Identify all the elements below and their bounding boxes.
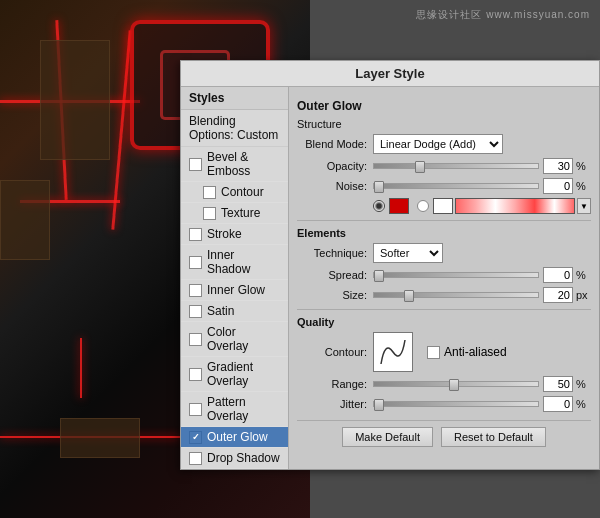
label-contour: Contour <box>221 185 264 199</box>
sidebar-item-outer-glow[interactable]: Outer Glow <box>181 427 288 448</box>
checkbox-inner-shadow[interactable] <box>189 256 202 269</box>
noise-value-input[interactable] <box>543 178 573 194</box>
size-slider-thumb[interactable] <box>404 290 414 302</box>
styles-header: Styles <box>181 87 288 110</box>
reset-to-default-button[interactable]: Reset to Default <box>441 427 546 447</box>
blend-mode-row: Blend Mode: Linear Dodge (Add) Normal Sc… <box>297 134 591 154</box>
make-default-button[interactable]: Make Default <box>342 427 433 447</box>
checkbox-inner-glow[interactable] <box>189 284 202 297</box>
label-stroke: Stroke <box>207 227 242 241</box>
structure-elements-divider <box>297 220 591 221</box>
radio-solid-color[interactable] <box>373 200 385 212</box>
label-bevel-emboss: Bevel & Emboss <box>207 150 280 178</box>
noise-slider-thumb[interactable] <box>374 181 384 193</box>
gradient-dropdown-arrow[interactable]: ▼ <box>577 198 591 214</box>
label-inner-shadow: Inner Shadow <box>207 248 280 276</box>
sidebar-item-drop-shadow[interactable]: Drop Shadow <box>181 448 288 469</box>
range-value-input[interactable] <box>543 376 573 392</box>
checkbox-bevel-emboss[interactable] <box>189 158 202 171</box>
sidebar-item-pattern-overlay[interactable]: Pattern Overlay <box>181 392 288 427</box>
opacity-row: Opacity: % <box>297 158 591 174</box>
label-texture: Texture <box>221 206 260 220</box>
anti-alias-row: Anti-aliased <box>427 345 507 359</box>
sidebar-item-texture[interactable]: Texture <box>181 203 288 224</box>
spread-slider-track[interactable] <box>373 272 539 278</box>
contour-preview[interactable] <box>373 332 413 372</box>
watermark-text: 思缘设计社区 www.missyuan.com <box>416 8 590 22</box>
blend-mode-select[interactable]: Linear Dodge (Add) Normal Screen Multipl… <box>373 134 503 154</box>
checkbox-outer-glow[interactable] <box>189 431 202 444</box>
sidebar-item-color-overlay[interactable]: Color Overlay <box>181 322 288 357</box>
noise-slider-container: % <box>373 178 591 194</box>
noise-row: Noise: % <box>297 178 591 194</box>
size-value-input[interactable] <box>543 287 573 303</box>
settings-panel: Outer Glow Structure Blend Mode: Linear … <box>289 87 599 469</box>
spread-slider-thumb[interactable] <box>374 270 384 282</box>
sidebar-item-bevel-emboss[interactable]: Bevel & Emboss <box>181 147 288 182</box>
size-slider-track[interactable] <box>373 292 539 298</box>
color-row: ▼ <box>373 198 591 214</box>
blend-mode-label: Blend Mode: <box>297 138 367 150</box>
sidebar-item-inner-shadow[interactable]: Inner Shadow <box>181 245 288 280</box>
section-elements-header: Elements <box>297 227 591 239</box>
color-swatch-red[interactable] <box>389 198 409 214</box>
spread-row: Spread: % <box>297 267 591 283</box>
checkbox-satin[interactable] <box>189 305 202 318</box>
range-slider-thumb[interactable] <box>449 379 459 391</box>
checkbox-texture[interactable] <box>203 207 216 220</box>
jitter-slider-container: % <box>373 396 591 412</box>
sidebar-item-satin[interactable]: Satin <box>181 301 288 322</box>
gradient-swatch[interactable] <box>455 198 575 214</box>
range-slider-track[interactable] <box>373 381 539 387</box>
checkbox-anti-aliased[interactable] <box>427 346 440 359</box>
jitter-row: Jitter: % <box>297 396 591 412</box>
checkbox-drop-shadow[interactable] <box>189 452 202 465</box>
noise-label: Noise: <box>297 180 367 192</box>
layer-style-dialog: Layer Style Styles Blending Options: Cus… <box>180 60 600 470</box>
label-drop-shadow: Drop Shadow <box>207 451 280 465</box>
range-slider-container: % <box>373 376 591 392</box>
label-outer-glow: Outer Glow <box>207 430 268 444</box>
checkbox-stroke[interactable] <box>189 228 202 241</box>
technique-row: Technique: Softer Precise <box>297 243 591 263</box>
label-satin: Satin <box>207 304 234 318</box>
opacity-value-input[interactable] <box>543 158 573 174</box>
opacity-slider-track[interactable] <box>373 163 539 169</box>
sidebar-item-stroke[interactable]: Stroke <box>181 224 288 245</box>
range-unit: % <box>576 378 591 390</box>
sidebar-item-contour[interactable]: Contour <box>181 182 288 203</box>
jitter-slider-track[interactable] <box>373 401 539 407</box>
technique-label: Technique: <box>297 247 367 259</box>
anti-aliased-label: Anti-aliased <box>444 345 507 359</box>
opacity-unit: % <box>576 160 591 172</box>
dialog-title: Layer Style <box>181 61 599 87</box>
checkbox-pattern-overlay[interactable] <box>189 403 202 416</box>
noise-slider-track[interactable] <box>373 183 539 189</box>
spread-value-input[interactable] <box>543 267 573 283</box>
size-slider-container: px <box>373 287 591 303</box>
sidebar-item-inner-glow[interactable]: Inner Glow <box>181 280 288 301</box>
blending-options-item[interactable]: Blending Options: Custom <box>181 110 288 147</box>
technique-select[interactable]: Softer Precise <box>373 243 443 263</box>
jitter-value-input[interactable] <box>543 396 573 412</box>
section-structure-header: Structure <box>297 118 591 130</box>
radio-gradient-color[interactable] <box>417 200 429 212</box>
label-pattern-overlay: Pattern Overlay <box>207 395 280 423</box>
spread-unit: % <box>576 269 591 281</box>
contour-label: Contour: <box>297 346 367 358</box>
opacity-label: Opacity: <box>297 160 367 172</box>
noise-unit: % <box>576 180 591 192</box>
contour-row: Contour: Anti-aliased <box>297 332 591 372</box>
color-swatch-white[interactable] <box>433 198 453 214</box>
checkbox-contour[interactable] <box>203 186 216 199</box>
checkbox-color-overlay[interactable] <box>189 333 202 346</box>
styles-panel: Styles Blending Options: Custom Bevel & … <box>181 87 289 469</box>
size-row: Size: px <box>297 287 591 303</box>
sidebar-item-gradient-overlay[interactable]: Gradient Overlay <box>181 357 288 392</box>
spread-label: Spread: <box>297 269 367 281</box>
jitter-slider-thumb[interactable] <box>374 399 384 411</box>
checkbox-gradient-overlay[interactable] <box>189 368 202 381</box>
section-quality-header: Quality <box>297 316 591 328</box>
buttons-row: Make Default Reset to Default <box>297 420 591 453</box>
opacity-slider-thumb[interactable] <box>415 161 425 173</box>
